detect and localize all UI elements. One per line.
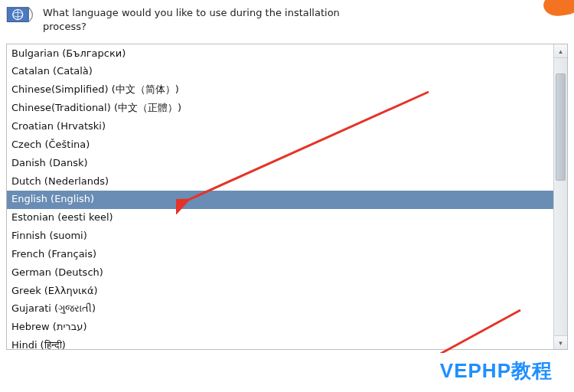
language-option[interactable]: Finnish (suomi) (7, 227, 553, 246)
scroll-up-button[interactable]: ▴ (554, 44, 567, 58)
language-option[interactable]: Croatian (Hrvatski) (7, 117, 553, 136)
language-option[interactable]: Chinese(Simplified) (中文（简体）) (7, 81, 553, 100)
header: What language would you like to use duri… (0, 0, 574, 44)
scrollbar[interactable]: ▴ ▾ (553, 44, 567, 349)
language-option[interactable]: French (Français) (7, 245, 553, 263)
language-option[interactable]: Hebrew (עברית) (7, 318, 553, 337)
scroll-down-button[interactable]: ▾ (554, 335, 567, 349)
language-option[interactable]: Chinese(Traditional) (中文（正體）) (7, 100, 553, 118)
globe-flag-icon (6, 5, 35, 26)
language-option[interactable]: Greek (Ελληνικά) (7, 282, 553, 300)
language-option[interactable]: Gujarati (ગુજરાતી) (7, 300, 553, 318)
language-option[interactable]: Danish (Dansk) (7, 154, 553, 172)
watermark-label: VEPHP教程 (419, 353, 560, 386)
scroll-thumb[interactable] (556, 74, 566, 181)
language-option[interactable]: Estonian (eesti keel) (7, 209, 553, 227)
language-listbox[interactable]: Bulgarian (Български)Catalan (Català)Chi… (6, 44, 568, 350)
scroll-track[interactable] (554, 58, 567, 335)
language-option[interactable]: Hindi (हिन्दी) (7, 337, 553, 350)
language-option[interactable]: Catalan (Català) (7, 63, 553, 81)
language-option[interactable]: Dutch (Nederlands) (7, 172, 553, 191)
installation-language-prompt: What language would you like to use duri… (43, 5, 364, 33)
language-option[interactable]: Bulgarian (Български) (7, 44, 553, 63)
language-option[interactable]: Czech (Čeština) (7, 136, 553, 154)
language-option[interactable]: German (Deutsch) (7, 263, 553, 282)
language-option[interactable]: English (English) (7, 191, 553, 209)
